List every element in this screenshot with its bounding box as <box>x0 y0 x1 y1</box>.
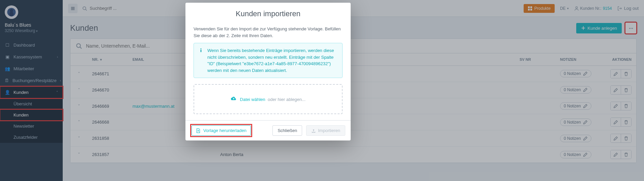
drop-hint-text: oder hier ablegen... <box>268 97 305 102</box>
modal-intro-text: Verwenden Sie für den Import die zur Ver… <box>194 26 343 39</box>
modal-footer: Vorlage herunterladen Schließen Importie… <box>185 120 351 140</box>
info-callout: Wenn Sie bereits bestehende Einträge imp… <box>194 43 343 78</box>
modal-header: Kunden importieren <box>185 3 351 23</box>
close-button[interactable]: Schließen <box>272 125 302 136</box>
file-dropzone[interactable]: Datei wählen oder hier ablegen... <box>194 84 343 114</box>
download-template-button[interactable]: Vorlage herunterladen <box>192 125 251 136</box>
download-icon <box>196 128 201 133</box>
import-button: Importieren <box>306 125 345 136</box>
choose-file-link[interactable]: Datei wählen <box>240 97 265 102</box>
info-icon <box>199 48 203 74</box>
download-template-label: Vorlage herunterladen <box>203 128 246 133</box>
svg-point-11 <box>201 48 202 49</box>
import-button-label: Importieren <box>318 128 340 133</box>
upload-icon <box>311 128 316 133</box>
modal-body: Verwenden Sie für den Import die zur Ver… <box>185 23 351 120</box>
modal-title: Kunden importieren <box>194 9 343 18</box>
info-callout-text: Wenn Sie bereits bestehende Einträge imp… <box>207 47 338 74</box>
svg-rect-10 <box>201 50 202 52</box>
cloud-upload-icon <box>231 97 238 102</box>
import-customers-modal: Kunden importieren Verwenden Sie für den… <box>185 3 351 140</box>
